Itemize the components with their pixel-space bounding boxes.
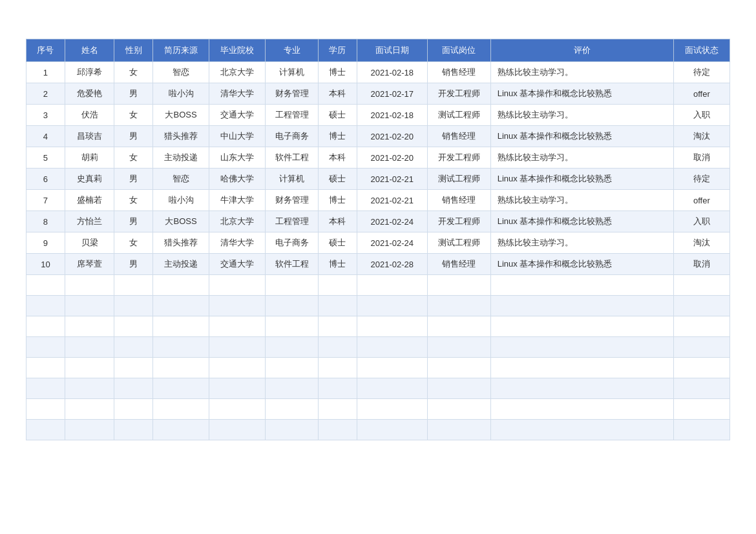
header-gender: 性别	[114, 39, 153, 62]
table-cell: 伏浩	[65, 105, 114, 126]
empty-cell	[357, 378, 427, 399]
empty-cell	[318, 358, 357, 378]
table-cell: 5	[26, 147, 65, 169]
table-cell: 女	[114, 190, 153, 211]
empty-cell	[114, 358, 153, 378]
empty-cell	[153, 296, 209, 316]
empty-cell	[65, 378, 114, 399]
table-cell: 销售经理	[427, 190, 490, 211]
empty-cell	[266, 358, 319, 378]
table-cell: 大BOSS	[153, 211, 209, 232]
table-cell: 女	[114, 147, 153, 169]
table-cell: 男	[114, 83, 153, 105]
empty-cell	[26, 337, 65, 358]
empty-cell	[318, 275, 357, 296]
empty-cell	[357, 399, 427, 420]
empty-cell	[153, 420, 209, 440]
table-cell: 2021-02-17	[357, 83, 427, 105]
table-cell: 待定	[673, 62, 730, 83]
table-row: 8方怡兰男大BOSS北京大学工程管理本科2021-02-24开发工程师Linux…	[26, 211, 730, 232]
empty-row	[26, 378, 730, 399]
table-cell: Linux 基本操作和概念比较熟悉	[490, 254, 673, 275]
table-cell: 软件工程	[266, 147, 319, 169]
table-cell: 2021-02-18	[357, 105, 427, 126]
table-cell: 熟练比较主动学习。	[490, 62, 673, 83]
table-cell: 2021-02-21	[357, 190, 427, 211]
table-cell: 席琴萱	[65, 254, 114, 275]
empty-cell	[26, 358, 65, 378]
table-cell: 2021-02-21	[357, 169, 427, 190]
empty-cell	[209, 296, 266, 316]
table-cell: 4	[26, 126, 65, 147]
empty-cell	[490, 337, 673, 358]
empty-cell	[209, 399, 266, 420]
table-cell: 熟练比较主动学习。	[490, 147, 673, 169]
empty-cell	[65, 296, 114, 316]
empty-cell	[490, 296, 673, 316]
empty-row	[26, 275, 730, 296]
table-cell: 胡莉	[65, 147, 114, 169]
table-cell: 2021-02-28	[357, 254, 427, 275]
table-cell: 9	[26, 232, 65, 254]
table-cell: 清华大学	[209, 232, 266, 254]
table-cell: 昌琰吉	[65, 126, 114, 147]
empty-cell	[427, 337, 490, 358]
table-row: 2危爱艳男啦小沟清华大学财务管理本科2021-02-17开发工程师Linux 基…	[26, 83, 730, 105]
empty-cell	[114, 316, 153, 337]
table-cell: Linux 基本操作和概念比较熟悉	[490, 126, 673, 147]
table-cell: 啦小沟	[153, 190, 209, 211]
empty-row	[26, 420, 730, 440]
empty-cell	[26, 378, 65, 399]
table-cell: 测试工程师	[427, 232, 490, 254]
empty-cell	[318, 337, 357, 358]
empty-cell	[427, 378, 490, 399]
empty-cell	[266, 337, 319, 358]
header-seq: 序号	[26, 39, 65, 62]
table-cell: offer	[673, 83, 730, 105]
empty-cell	[65, 337, 114, 358]
table-cell: 本科	[318, 83, 357, 105]
empty-cell	[153, 337, 209, 358]
table-cell: 博士	[318, 254, 357, 275]
empty-cell	[114, 420, 153, 440]
empty-cell	[427, 399, 490, 420]
empty-cell	[266, 316, 319, 337]
empty-row	[26, 337, 730, 358]
empty-cell	[357, 296, 427, 316]
header-major: 专业	[266, 39, 319, 62]
table-cell: 男	[114, 254, 153, 275]
table-cell: 熟练比较主动学习。	[490, 105, 673, 126]
table-cell: 入职	[673, 211, 730, 232]
table-cell: 财务管理	[266, 190, 319, 211]
empty-cell	[153, 378, 209, 399]
empty-cell	[673, 399, 730, 420]
empty-cell	[266, 399, 319, 420]
table-cell: 电子商务	[266, 232, 319, 254]
header-status: 面试状态	[673, 39, 730, 62]
table-cell: 大BOSS	[153, 105, 209, 126]
empty-cell	[357, 358, 427, 378]
empty-row	[26, 358, 730, 378]
table-cell: 熟练比较主动学习。	[490, 190, 673, 211]
table-cell: 博士	[318, 190, 357, 211]
table-cell: 博士	[318, 62, 357, 83]
empty-row	[26, 316, 730, 337]
table-cell: 2	[26, 83, 65, 105]
empty-cell	[209, 378, 266, 399]
table-header-row: 序号 姓名 性别 简历来源 毕业院校 专业 学历 面试日期 面试岗位 评价 面试…	[26, 39, 730, 62]
table-cell: 智恋	[153, 62, 209, 83]
table-cell: 牛津大学	[209, 190, 266, 211]
header-source: 简历来源	[153, 39, 209, 62]
empty-cell	[114, 399, 153, 420]
empty-cell	[490, 316, 673, 337]
header-school: 毕业院校	[209, 39, 266, 62]
table-cell: 清华大学	[209, 83, 266, 105]
table-cell: 7	[26, 190, 65, 211]
empty-cell	[427, 358, 490, 378]
table-cell: 工程管理	[266, 211, 319, 232]
empty-cell	[490, 358, 673, 378]
table-cell: 电子商务	[266, 126, 319, 147]
interview-table: 序号 姓名 性别 简历来源 毕业院校 专业 学历 面试日期 面试岗位 评价 面试…	[26, 39, 730, 440]
table-cell: 方怡兰	[65, 211, 114, 232]
table-row: 4昌琰吉男猎头推荐中山大学电子商务博士2021-02-20销售经理Linux 基…	[26, 126, 730, 147]
